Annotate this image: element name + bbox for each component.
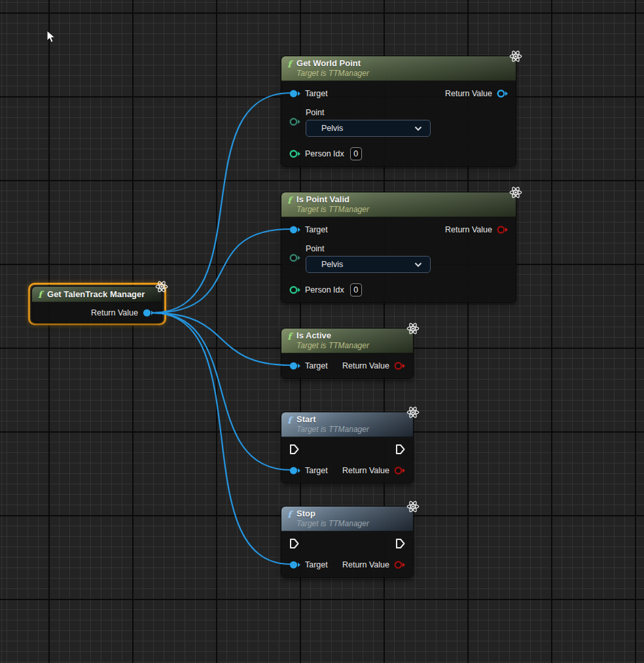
transient-icon: [406, 405, 420, 420]
return-value-pin[interactable]: [497, 89, 508, 98]
return-value-pin[interactable]: [143, 308, 154, 317]
node-subtitle: Target is TTManager: [296, 205, 369, 215]
return-value-pin[interactable]: [394, 560, 405, 569]
return-pin-label: Return Value: [445, 225, 492, 234]
function-icon: f: [38, 290, 42, 299]
target-pin-label: Target: [305, 361, 328, 370]
point-dropdown-value: Pelvis: [321, 124, 343, 133]
target-pin[interactable]: [289, 466, 300, 475]
transient-icon: [406, 321, 420, 336]
return-value-pin[interactable]: [394, 466, 405, 475]
wire-to-get-world-point: [152, 93, 291, 313]
wire-to-is-active: [152, 313, 291, 365]
target-pin[interactable]: [289, 89, 300, 98]
point-dropdown-value: Pelvis: [321, 260, 343, 269]
target-pin[interactable]: [289, 361, 300, 370]
person-idx-pin[interactable]: [289, 149, 300, 158]
return-pin-label: Return Value: [91, 308, 138, 317]
node-subtitle: Target is TTManager: [296, 69, 369, 79]
target-pin-label: Target: [305, 466, 328, 475]
node-get-world-point[interactable]: f Get World Point Target is TTManager Ta…: [281, 56, 516, 167]
function-icon: f: [287, 196, 291, 205]
exec-in-pin[interactable]: [289, 444, 299, 455]
target-pin-label: Target: [305, 89, 328, 98]
exec-out-pin[interactable]: [395, 538, 405, 549]
return-value-pin[interactable]: [394, 361, 405, 370]
node-get-talentrack-manager[interactable]: f Get TalenTrack Manager Return Value: [31, 286, 162, 323]
transient-icon: [509, 185, 523, 200]
transient-icon: [509, 49, 523, 63]
exec-in-pin[interactable]: [289, 538, 299, 549]
node-subtitle: Target is TTManager: [296, 341, 369, 351]
exec-out-pin[interactable]: [395, 444, 405, 455]
node-title: Stop: [296, 509, 369, 519]
function-icon: f: [287, 332, 291, 341]
point-dropdown[interactable]: Pelvis: [306, 256, 431, 273]
return-pin-label: Return Value: [342, 361, 389, 370]
node-stop[interactable]: f Stop Target is TTManager Target Return…: [281, 506, 414, 578]
function-icon: f: [287, 416, 291, 425]
chevron-down-icon: [414, 126, 422, 131]
target-pin-label: Target: [305, 225, 328, 234]
point-pin[interactable]: [289, 253, 300, 262]
point-pin-label: Point: [306, 243, 431, 255]
transient-icon: [154, 279, 169, 294]
node-is-active[interactable]: f Is Active Target is TTManager Target R…: [281, 328, 414, 379]
point-pin[interactable]: [289, 117, 300, 126]
wire-to-is-point-valid: [152, 229, 291, 313]
node-title: Is Active: [296, 331, 369, 341]
node-title: Get World Point: [296, 58, 369, 69]
chevron-down-icon: [414, 262, 422, 267]
function-icon: f: [287, 60, 291, 69]
point-dropdown[interactable]: Pelvis: [306, 120, 431, 137]
return-value-pin[interactable]: [497, 225, 508, 234]
target-pin-label: Target: [305, 560, 328, 569]
node-is-point-valid[interactable]: f Is Point Valid Target is TTManager Tar…: [281, 192, 516, 303]
node-title: Start: [296, 414, 369, 425]
return-pin-label: Return Value: [342, 560, 389, 569]
node-subtitle: Target is TTManager: [296, 519, 369, 529]
wire-to-stop: [152, 313, 291, 564]
person-idx-pin[interactable]: [289, 285, 300, 295]
node-title: Get TalenTrack Manager: [47, 289, 145, 300]
person-idx-input[interactable]: 0: [350, 147, 362, 160]
target-pin[interactable]: [289, 560, 300, 569]
transient-icon: [406, 499, 420, 514]
target-pin[interactable]: [289, 225, 300, 234]
return-pin-label: Return Value: [445, 89, 492, 98]
return-pin-label: Return Value: [342, 466, 389, 475]
function-icon: f: [287, 510, 291, 519]
node-start[interactable]: f Start Target is TTManager Target Retur…: [281, 412, 414, 484]
wire-to-start: [152, 313, 291, 470]
person-idx-label: Person Idx: [305, 149, 344, 158]
point-pin-label: Point: [306, 107, 431, 118]
person-idx-label: Person Idx: [305, 285, 344, 295]
person-idx-input[interactable]: 0: [350, 283, 362, 296]
node-title: Is Point Valid: [296, 194, 369, 205]
node-subtitle: Target is TTManager: [296, 425, 369, 435]
mouse-cursor: [46, 30, 56, 44]
